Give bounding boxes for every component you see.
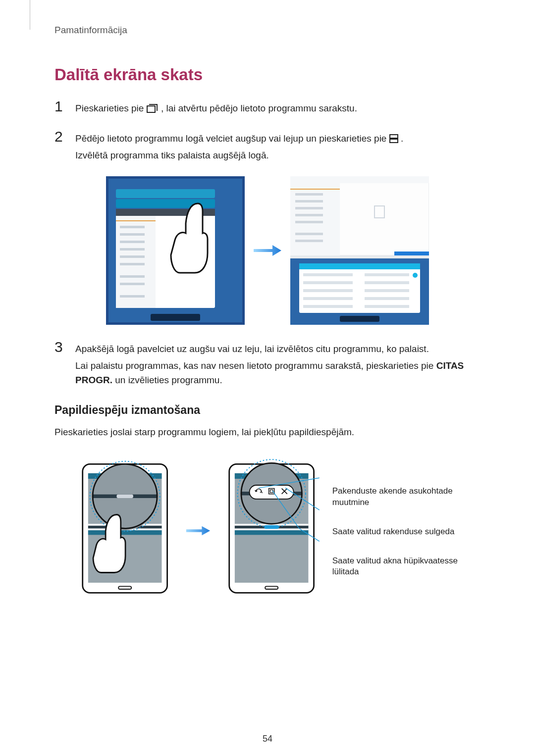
svg-rect-18 [120, 283, 145, 285]
svg-rect-19 [120, 295, 145, 298]
svg-rect-44 [303, 305, 353, 308]
svg-rect-41 [303, 281, 353, 284]
step-2: 2 Pēdējo lietoto programmu logā velciet … [54, 129, 481, 164]
svg-rect-70 [235, 530, 309, 535]
step-3: 3 Apakšējā logā pavelciet uz augšu vai u… [54, 340, 481, 389]
svg-rect-12 [120, 233, 145, 236]
step2-line2: Izvēlētā programma tiks palaista augšējā… [75, 148, 403, 162]
step-number: 2 [54, 129, 68, 164]
svg-rect-47 [365, 289, 409, 292]
svg-rect-5 [116, 189, 215, 198]
svg-rect-33 [295, 240, 323, 242]
recents-icon [147, 104, 159, 113]
arrow-icon [185, 524, 211, 538]
figure-handle-options: Pakenduste akende asukohtade muutmine Sa… [54, 454, 481, 607]
svg-rect-40 [303, 273, 353, 276]
svg-rect-51 [340, 316, 379, 322]
svg-rect-49 [365, 305, 409, 308]
svg-rect-13 [120, 241, 145, 243]
split-icon [389, 134, 398, 143]
svg-rect-29 [295, 207, 323, 209]
tablet-illustration-left [106, 176, 245, 325]
tablet-illustration-right [290, 176, 429, 325]
step3-text-a: Lai palaistu programmas, kas nav nesen l… [75, 360, 436, 371]
svg-rect-21 [151, 314, 200, 321]
svg-rect-0 [147, 106, 155, 112]
svg-rect-11 [120, 226, 145, 228]
step1-text-a: Pieskarieties pie [75, 103, 147, 113]
svg-rect-17 [120, 275, 145, 278]
label-popup: Saate valitud akna hüpikvaatesse lülitad… [332, 555, 481, 578]
svg-rect-46 [365, 281, 409, 284]
svg-rect-36 [290, 255, 429, 258]
svg-rect-42 [303, 289, 353, 292]
svg-rect-35 [394, 252, 429, 255]
figure-labels: Pakenduste akende asukohtade muutmine Sa… [332, 484, 481, 578]
svg-rect-30 [295, 214, 323, 216]
svg-rect-32 [295, 233, 323, 235]
step2-text-a: Pēdējo lietoto programmu logā velciet au… [75, 133, 389, 144]
svg-rect-16 [120, 263, 145, 265]
step-number: 1 [54, 99, 68, 117]
figure-split-drag [54, 176, 481, 325]
svg-rect-1 [390, 135, 398, 138]
svg-point-50 [413, 273, 418, 278]
tablet-handle-left [74, 454, 175, 607]
step3-text-b: un izvēlieties programmu. [115, 375, 222, 385]
svg-rect-43 [303, 297, 353, 300]
label-close: Saate valitud rakenduse sulgeda [332, 526, 481, 538]
tablet-handle-right [221, 454, 322, 607]
svg-rect-75 [250, 485, 294, 499]
svg-rect-24 [290, 176, 429, 183]
svg-rect-45 [365, 273, 409, 276]
step-1: 1 Pieskarieties pie , lai atvērtu pēdējo… [54, 99, 481, 117]
step1-text-b: , lai atvērtu pēdējo lietoto programmu s… [161, 103, 357, 113]
svg-rect-14 [120, 248, 145, 251]
svg-rect-27 [295, 193, 323, 196]
section-subtitle: Papildiespēju izmantošana [54, 403, 481, 417]
breadcrumb: Pamatinformācija [54, 25, 481, 36]
svg-rect-39 [299, 263, 420, 269]
svg-rect-79 [265, 525, 279, 529]
svg-rect-15 [120, 255, 145, 258]
section-body: Pieskarieties joslai starp programmu log… [54, 425, 481, 439]
step2-text-b: . [401, 133, 403, 144]
svg-rect-31 [295, 221, 323, 223]
svg-rect-9 [116, 216, 156, 308]
svg-rect-48 [365, 297, 409, 300]
page-number: 54 [0, 734, 535, 744]
svg-rect-2 [390, 139, 398, 143]
svg-rect-28 [295, 200, 323, 202]
label-swap: Pakenduste akende asukohtade muutmine [332, 486, 481, 508]
step3-line1: Apakšējā logā pavelciet uz augšu vai uz … [75, 342, 481, 356]
svg-rect-63 [116, 495, 133, 498]
step-number: 3 [54, 340, 68, 389]
page-title: Dalītā ekrāna skats [54, 65, 481, 84]
arrow-icon [253, 243, 282, 258]
